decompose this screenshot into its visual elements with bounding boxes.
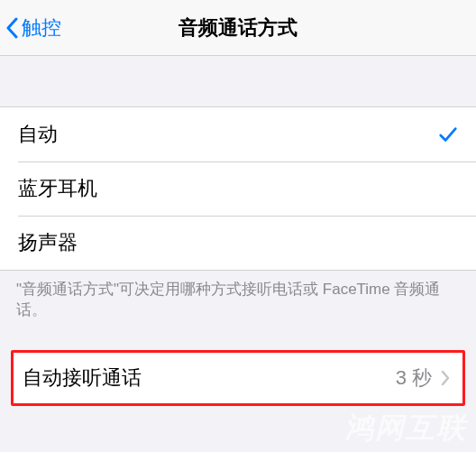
- group-footer-text: "音频通话方式"可决定用哪种方式接听电话或 FaceTime 音频通话。: [0, 271, 476, 330]
- auto-answer-group: 自动接听通话 3 秒: [14, 353, 462, 403]
- option-speaker[interactable]: 扬声器: [0, 216, 476, 270]
- option-label: 蓝牙耳机: [18, 175, 97, 202]
- highlighted-annotation: 自动接听通话 3 秒: [11, 350, 465, 406]
- back-label: 触控: [22, 14, 61, 42]
- option-auto[interactable]: 自动: [0, 107, 476, 161]
- auto-answer-row[interactable]: 自动接听通话 3 秒: [14, 353, 462, 403]
- chevron-right-icon: [441, 370, 450, 386]
- auto-answer-value: 3 秒: [396, 364, 432, 392]
- option-bluetooth-headset[interactable]: 蓝牙耳机: [0, 161, 476, 216]
- nav-bar: 触控 音频通话方式: [0, 0, 476, 56]
- page-title: 音频通话方式: [0, 14, 476, 42]
- option-label: 自动: [18, 121, 58, 148]
- watermark-text: 鸿网互联: [344, 409, 467, 448]
- auto-answer-label: 自动接听通话: [23, 364, 142, 392]
- back-button[interactable]: 触控: [5, 14, 61, 42]
- chevron-left-icon: [5, 17, 18, 39]
- checkmark-icon: [438, 125, 458, 144]
- option-label: 扬声器: [18, 229, 78, 256]
- audio-route-group: 自动 蓝牙耳机 扬声器: [0, 106, 476, 271]
- row-right-accessory: 3 秒: [396, 364, 450, 392]
- content-area: 自动 蓝牙耳机 扬声器 "音频通话方式"可决定用哪种方式接听电话或 FaceTi…: [0, 56, 476, 406]
